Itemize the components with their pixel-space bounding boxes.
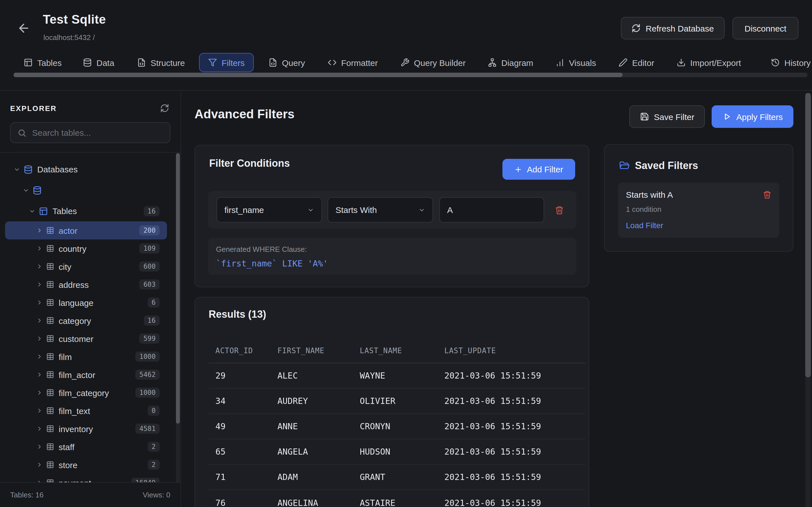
row-count-badge: 200: [140, 225, 160, 235]
tree-node-table[interactable]: inventory 4581: [5, 420, 167, 438]
column-header: LAST_NAME: [360, 346, 444, 355]
tree-node-table[interactable]: city 600: [5, 258, 167, 276]
delete-condition-trash-icon[interactable]: [555, 205, 564, 214]
chevron-right-icon: [36, 317, 43, 324]
page-title: Advanced Filters: [195, 107, 295, 122]
tree-node-table[interactable]: film_actor 5462: [5, 365, 167, 384]
tree-node-table[interactable]: staff 2: [5, 438, 167, 456]
tab-import-export[interactable]: Import/Export: [677, 53, 741, 72]
tab-diagram[interactable]: Diagram: [488, 53, 533, 72]
save-filter-button[interactable]: Save Filter: [629, 105, 705, 128]
table-name: payment: [59, 478, 91, 482]
chevron-right-icon: [36, 263, 43, 270]
tree-node-databases[interactable]: Databases: [5, 159, 167, 180]
disconnect-button[interactable]: Disconnect: [732, 17, 799, 40]
saved-filters-panel: Saved Filters Starts with A 1 condition …: [604, 144, 794, 252]
cell-last-update: 2021-03-06 15:51:59: [444, 396, 585, 406]
tab-visuals[interactable]: Visuals: [555, 53, 596, 72]
tree-node-table[interactable]: category 16: [5, 312, 167, 330]
saved-filter-meta: 1 condition: [626, 205, 661, 214]
chevron-down-icon: [418, 207, 425, 213]
saved-filters-header: Saved Filters: [619, 160, 698, 172]
cell-last-update: 2021-03-06 15:51:59: [444, 498, 585, 507]
where-clause-label: Generated WHERE Clause:: [216, 245, 568, 253]
cell-last-name: WAYNE: [360, 371, 444, 381]
tree-node-tables[interactable]: Tables 16: [5, 201, 167, 221]
chevron-down-icon: [29, 208, 36, 214]
tree-node-table[interactable]: customer 599: [5, 330, 167, 348]
tree-node-table[interactable]: address 603: [5, 276, 167, 293]
tab-filters[interactable]: Filters: [199, 53, 254, 72]
chevron-right-icon: [36, 480, 43, 482]
diagram-icon: [488, 58, 497, 67]
tree-node-table[interactable]: film_text 0: [5, 402, 167, 420]
app-window: Test Sqlite localhost:5432 / Refresh Dat…: [0, 0, 812, 507]
table-name: actor: [59, 226, 78, 235]
cell-first-name: AUDREY: [277, 396, 360, 406]
tree-node-database[interactable]: [5, 180, 167, 201]
apply-filters-button[interactable]: Apply Filters: [712, 105, 794, 128]
column-select[interactable]: first_name: [216, 197, 322, 223]
results-card: Results (13) ACTOR_ID FIRST_NAME LAST_NA…: [195, 297, 589, 507]
refresh-database-button[interactable]: Refresh Database: [621, 17, 725, 40]
table-grid-icon: [46, 389, 54, 397]
plus-icon: [515, 165, 522, 173]
row-count-badge: 603: [140, 279, 160, 290]
filter-conditions-title: Filter Conditions: [209, 158, 290, 170]
table-name: category: [59, 316, 91, 325]
delete-saved-filter-trash-icon[interactable]: [763, 190, 771, 199]
row-count-badge: 5462: [135, 370, 160, 380]
table-grid-icon: [46, 479, 54, 482]
tab-tables[interactable]: Tables: [24, 53, 62, 72]
back-arrow-icon[interactable]: [17, 21, 31, 35]
explorer-refresh-icon[interactable]: [160, 104, 169, 113]
tree-node-table[interactable]: store 2: [5, 456, 167, 474]
tab-query[interactable]: Query: [268, 53, 305, 72]
row-count-badge: 2: [148, 442, 160, 452]
load-filter-link[interactable]: Load Filter: [626, 221, 663, 230]
tab-query-builder[interactable]: Query Builder: [400, 53, 465, 72]
table-grid-icon: [46, 298, 54, 306]
refresh-icon: [631, 24, 641, 33]
cell-actor-id: 71: [209, 472, 277, 482]
row-count-badge: 109: [140, 243, 160, 253]
sidebar-scrollbar-track: [176, 153, 180, 482]
tab-structure[interactable]: Structure: [137, 53, 185, 72]
tab-editor[interactable]: Editor: [619, 53, 654, 72]
table-grid-icon: [46, 244, 54, 252]
wrench-icon: [400, 58, 409, 67]
cell-actor-id: 65: [209, 447, 277, 457]
row-count-badge: 16049: [132, 478, 160, 482]
search-input[interactable]: [11, 123, 170, 143]
tabbar-scrollbar-thumb[interactable]: [13, 73, 622, 77]
main-scrollbar-thumb[interactable]: [805, 93, 811, 378]
cell-first-name: ADAM: [277, 472, 360, 482]
tree-node-table[interactable]: country 109: [5, 239, 167, 258]
tree-node-table[interactable]: film_category 1000: [5, 384, 167, 402]
tree-node-table[interactable]: actor 200: [5, 221, 167, 239]
chevron-right-icon: [36, 353, 43, 360]
sidebar-scrollbar-thumb[interactable]: [176, 153, 180, 424]
cell-last-name: CRONYN: [360, 421, 444, 432]
row-count-badge: 600: [140, 262, 160, 272]
where-clause-code: `first_name` LIKE 'A%': [216, 259, 568, 269]
sidebar-footer: Tables: 16 Views: 0: [0, 482, 181, 507]
save-icon: [640, 112, 649, 121]
database-icon: [24, 165, 33, 174]
file-code-icon: [137, 58, 146, 67]
add-filter-button[interactable]: Add Filter: [502, 159, 575, 180]
filter-value-input[interactable]: [439, 197, 544, 223]
table-name: city: [59, 262, 71, 271]
tab-history[interactable]: History: [771, 53, 811, 72]
table-name: country: [59, 244, 86, 253]
table-name: customer: [59, 334, 93, 343]
tab-formatter[interactable]: Formatter: [327, 53, 378, 72]
tab-data[interactable]: Data: [83, 53, 114, 72]
chevron-right-icon: [36, 407, 43, 414]
tables-count-badge: 16: [144, 206, 160, 216]
chevron-right-icon: [36, 281, 43, 288]
tree-node-table[interactable]: language 6: [5, 293, 167, 312]
tree-node-table[interactable]: film 1000: [5, 348, 167, 365]
operator-select[interactable]: Starts With: [327, 197, 433, 223]
tree-node-table[interactable]: payment 16049: [5, 474, 167, 482]
